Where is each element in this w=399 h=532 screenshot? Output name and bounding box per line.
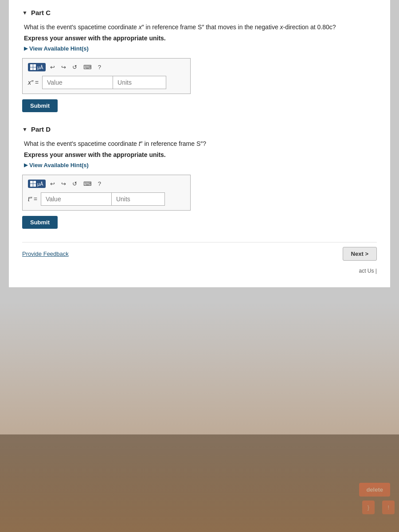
part-c-undo-button[interactable]: ↩: [48, 63, 57, 71]
part-c-hint-arrow-icon: ▶: [24, 46, 27, 51]
mu-label-c: μÅ: [37, 65, 43, 70]
part-c-value-input[interactable]: [42, 76, 113, 89]
part-c-keyboard-button[interactable]: ⌨: [82, 63, 94, 71]
part-d-refresh-button[interactable]: ↺: [70, 180, 79, 188]
part-d-grid-button[interactable]: μÅ: [28, 180, 46, 188]
part-d-collapse-arrow[interactable]: ▼: [22, 126, 27, 133]
brace1-key[interactable]: }: [362, 501, 375, 514]
part-d-value-input[interactable]: [41, 192, 112, 206]
part-c-express: Express your answer with the appropriate…: [24, 35, 377, 42]
part-d-units-input[interactable]: [112, 192, 165, 206]
part-d-keyboard-button[interactable]: ⌨: [82, 180, 94, 188]
part-d-input-row: t″ =: [28, 192, 185, 206]
part-d-hint-link[interactable]: ▶ View Available Hint(s): [24, 162, 377, 168]
bottom-bar: Provide Feedback Next >: [22, 242, 377, 265]
part-c-units-input[interactable]: [113, 76, 166, 89]
brace2-key[interactable]: !: [382, 501, 395, 514]
part-d-redo-button[interactable]: ↪: [59, 180, 68, 188]
part-c-help-icon[interactable]: ?: [96, 63, 103, 71]
keyboard-overlay: delete } !: [0, 434, 399, 532]
part-d-help-icon[interactable]: ?: [96, 180, 103, 188]
part-d-express: Express your answer with the appropriate…: [24, 151, 377, 158]
contact-us-link[interactable]: act Us |: [22, 268, 377, 274]
part-c-section: ▼ Part C What is the event's spacetime c…: [22, 9, 377, 112]
mu-label-d: μÅ: [37, 181, 43, 187]
part-c-redo-button[interactable]: ↪: [59, 63, 68, 71]
part-c-refresh-button[interactable]: ↺: [70, 63, 79, 71]
part-c-input-row: x″ =: [28, 76, 185, 89]
part-d-submit-button[interactable]: Submit: [22, 216, 58, 229]
part-d-question: What is the event's spacetime coordinate…: [24, 139, 377, 149]
part-d-title: Part D: [31, 125, 51, 133]
next-button[interactable]: Next >: [343, 247, 377, 261]
part-c-toolbar: μÅ ↩ ↪ ↺ ⌨ ?: [28, 63, 185, 71]
part-c-answer-box: μÅ ↩ ↪ ↺ ⌨ ? x″ =: [22, 58, 191, 94]
grid-icon: [30, 64, 36, 70]
part-c-grid-button[interactable]: μÅ: [28, 63, 46, 71]
part-c-var-label: x″ =: [28, 79, 39, 86]
part-c-collapse-arrow[interactable]: ▼: [22, 10, 27, 16]
part-d-hint-arrow-icon: ▶: [24, 162, 27, 168]
part-d-toolbar: μÅ ↩ ↪ ↺ ⌨ ?: [28, 180, 185, 188]
part-d-undo-button[interactable]: ↩: [48, 180, 57, 188]
part-c-question: What is the event's spacetime coordinate…: [24, 23, 377, 32]
delete-key[interactable]: delete: [359, 483, 390, 497]
part-d-answer-box: μÅ ↩ ↪ ↺ ⌨ ? t″ =: [22, 175, 191, 211]
part-c-title: Part C: [31, 9, 51, 16]
part-c-hint-link[interactable]: ▶ View Available Hint(s): [24, 45, 377, 52]
provide-feedback-link[interactable]: Provide Feedback: [22, 250, 69, 257]
part-c-submit-button[interactable]: Submit: [22, 99, 58, 112]
part-d-grid-icon: [30, 181, 36, 187]
part-d-var-label: t″ =: [28, 196, 37, 203]
part-d-section: ▼ Part D What is the event's spacetime c…: [22, 125, 377, 229]
